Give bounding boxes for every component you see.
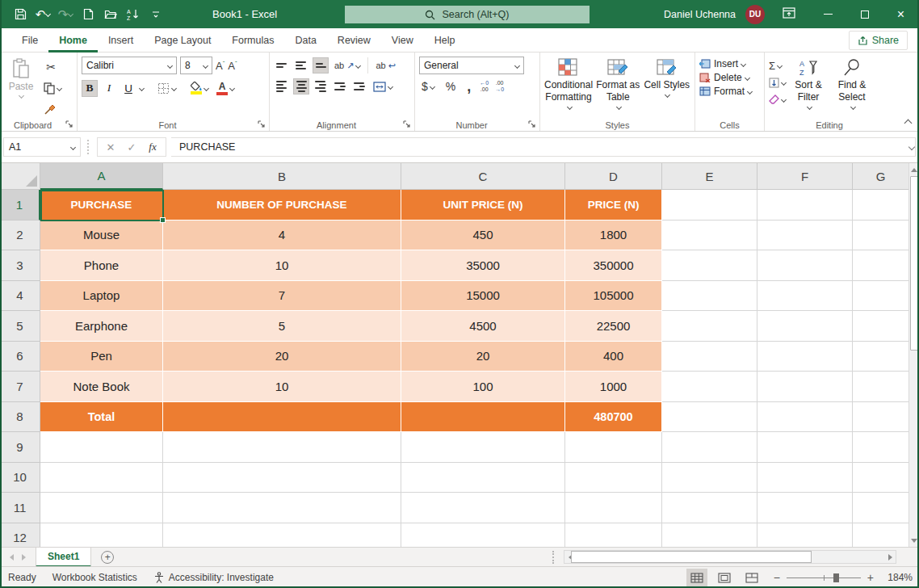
cell-a3[interactable]: Phone (40, 250, 163, 281)
row-header-1[interactable]: 1 (0, 190, 40, 220)
cell-g2[interactable] (853, 220, 909, 251)
cell-e3[interactable] (662, 250, 757, 281)
cell-f2[interactable] (757, 220, 853, 251)
tab-insert[interactable]: Insert (98, 28, 144, 52)
collapse-ribbon-button[interactable] (904, 120, 913, 128)
cell-e11[interactable] (662, 493, 757, 523)
format-painter-button[interactable] (41, 100, 64, 118)
cell-b9[interactable] (163, 432, 401, 463)
decrease-font-size-button[interactable]: Aˇ (228, 60, 237, 72)
increase-font-size-button[interactable]: Aˆ (216, 60, 225, 72)
maximize-button[interactable] (846, 0, 883, 28)
cell-f7[interactable] (757, 372, 853, 402)
row-header-3[interactable]: 3 (0, 250, 40, 281)
middle-align-button[interactable] (293, 57, 309, 74)
cell-d11[interactable] (565, 493, 662, 523)
column-header-e[interactable]: E (662, 163, 757, 190)
cell-f3[interactable] (757, 250, 853, 281)
cell-f6[interactable] (757, 342, 853, 372)
cell-a10[interactable] (40, 463, 163, 494)
find-select-button[interactable]: Find & Select (831, 58, 873, 109)
font-size-select[interactable]: 8 (180, 57, 212, 74)
page-layout-view-button[interactable] (714, 569, 735, 586)
column-header-g[interactable]: G (853, 163, 909, 190)
cell-c11[interactable] (401, 493, 565, 523)
cell-c3[interactable]: 35000 (401, 250, 565, 281)
horizontal-scrollbar[interactable] (564, 550, 896, 564)
paste-button[interactable]: Paste (4, 58, 38, 98)
cell-d6[interactable]: 400 (565, 342, 662, 372)
cell-a7[interactable]: Note Book (40, 372, 163, 402)
cell-f5[interactable] (757, 311, 853, 342)
cell-f9[interactable] (757, 432, 853, 463)
conditional-formatting-button[interactable]: Conditional Formatting (544, 58, 593, 109)
sort-ascending-button[interactable]: AZ (123, 4, 144, 25)
next-sheet-button[interactable] (22, 554, 26, 561)
tab-data[interactable]: Data (284, 28, 326, 52)
new-file-button[interactable] (78, 4, 99, 25)
delete-cells-button[interactable]: Delete (699, 72, 752, 83)
redo-button[interactable]: ↷ (55, 4, 76, 25)
zoom-slider-thumb[interactable] (833, 573, 839, 582)
cell-e12[interactable] (662, 523, 757, 548)
tab-page-layout[interactable]: Page Layout (144, 28, 221, 52)
close-button[interactable]: × (883, 0, 919, 28)
zoom-out-button[interactable]: − (774, 571, 780, 584)
tab-help[interactable]: Help (424, 28, 466, 52)
cell-c7[interactable]: 100 (401, 372, 565, 402)
zoom-slider[interactable] (787, 578, 861, 578)
wrap-text-button[interactable]: ab↩ (373, 57, 397, 74)
save-button[interactable] (10, 4, 31, 25)
font-name-select[interactable]: Calibri (82, 57, 177, 74)
tab-scrollbar-splitter[interactable] (552, 551, 556, 564)
zoom-in-button[interactable]: + (867, 571, 874, 584)
cell-g5[interactable] (853, 311, 909, 342)
cell-b7[interactable]: 10 (163, 372, 401, 402)
cell-b3[interactable]: 10 (163, 250, 401, 281)
tab-file[interactable]: File (11, 28, 48, 52)
cell-a8[interactable]: Total (40, 402, 163, 433)
cell-g3[interactable] (853, 250, 909, 281)
formula-input[interactable]: PURCHASE (171, 137, 916, 157)
cell-c4[interactable]: 15000 (401, 281, 565, 312)
cell-a4[interactable]: Laptop (40, 281, 163, 312)
cell-g10[interactable] (853, 463, 909, 494)
share-button[interactable]: Share (849, 31, 908, 50)
merge-center-button[interactable] (371, 78, 395, 95)
row-header-8[interactable]: 8 (0, 402, 40, 433)
customize-quick-access-button[interactable] (145, 4, 166, 25)
align-left-button[interactable] (274, 78, 290, 94)
accessibility-status-button[interactable]: Accessibility: Investigate (145, 567, 282, 588)
top-align-button[interactable] (274, 57, 290, 74)
clear-button[interactable] (769, 92, 786, 107)
insert-cells-button[interactable]: Insert (699, 58, 752, 69)
cell-a5[interactable]: Earphone (40, 311, 163, 342)
center-button[interactable] (293, 78, 309, 94)
tab-view[interactable]: View (381, 28, 424, 52)
column-header-c[interactable]: C (401, 163, 565, 190)
increase-indent-button[interactable] (351, 78, 367, 94)
cell-c1[interactable]: UNIT PRICE (N) (401, 190, 565, 220)
row-header-7[interactable]: 7 (0, 372, 40, 402)
zoom-level[interactable]: 184% (879, 572, 913, 583)
row-header-11[interactable]: 11 (0, 493, 40, 523)
number-dialog-launcher[interactable] (528, 120, 536, 128)
cell-g1[interactable] (853, 190, 909, 220)
scroll-right-button[interactable] (884, 551, 896, 563)
cell-d5[interactable]: 22500 (565, 311, 662, 342)
cell-b11[interactable] (163, 493, 401, 523)
insert-function-button[interactable]: fx (143, 139, 162, 155)
cell-a2[interactable]: Mouse (40, 220, 163, 251)
bottom-align-button[interactable] (313, 57, 329, 74)
tab-sheet1[interactable]: Sheet1 (36, 548, 91, 567)
autosum-button[interactable]: Σ (769, 58, 786, 73)
cell-a6[interactable]: Pen (40, 342, 163, 372)
cell-f4[interactable] (757, 281, 853, 312)
decrease-indent-button[interactable] (332, 78, 348, 94)
name-box[interactable]: A1 (3, 137, 81, 157)
cell-g8[interactable] (853, 402, 909, 433)
cell-g4[interactable] (853, 281, 909, 312)
cell-f8[interactable] (757, 402, 853, 433)
cell-b6[interactable]: 20 (163, 342, 401, 372)
cell-e1[interactable] (662, 190, 757, 220)
